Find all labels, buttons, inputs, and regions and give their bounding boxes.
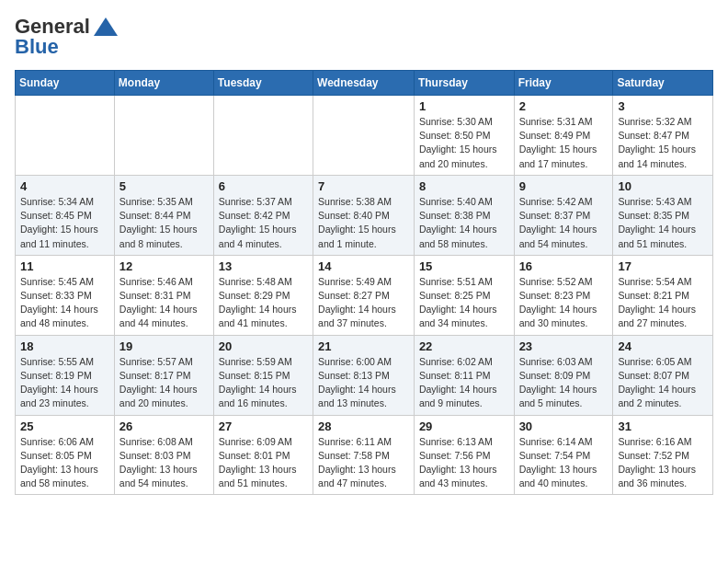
calendar-cell: 30Sunrise: 6:14 AM Sunset: 7:54 PM Dayli… (514, 415, 613, 495)
weekday-header-friday: Friday (514, 71, 613, 96)
day-info: Sunrise: 5:51 AM Sunset: 8:25 PM Dayligh… (419, 275, 509, 331)
calendar-cell: 8Sunrise: 5:40 AM Sunset: 8:38 PM Daylig… (414, 175, 514, 255)
day-number: 23 (519, 339, 609, 353)
day-info: Sunrise: 5:54 AM Sunset: 8:21 PM Dayligh… (618, 275, 708, 331)
calendar-cell: 4Sunrise: 5:34 AM Sunset: 8:45 PM Daylig… (16, 175, 115, 255)
day-info: Sunrise: 6:03 AM Sunset: 8:09 PM Dayligh… (519, 355, 609, 411)
calendar-cell (313, 96, 415, 176)
weekday-header-tuesday: Tuesday (213, 71, 313, 96)
day-number: 15 (419, 259, 509, 273)
calendar-cell: 5Sunrise: 5:35 AM Sunset: 8:44 PM Daylig… (114, 175, 213, 255)
weekday-header-thursday: Thursday (414, 71, 514, 96)
day-info: Sunrise: 6:02 AM Sunset: 8:11 PM Dayligh… (419, 355, 509, 411)
calendar-cell: 3Sunrise: 5:32 AM Sunset: 8:47 PM Daylig… (613, 96, 713, 176)
day-info: Sunrise: 6:09 AM Sunset: 8:01 PM Dayligh… (219, 435, 308, 491)
day-number: 9 (519, 179, 609, 193)
calendar-cell: 27Sunrise: 6:09 AM Sunset: 8:01 PM Dayli… (213, 415, 313, 495)
day-number: 4 (20, 179, 109, 193)
day-info: Sunrise: 5:32 AM Sunset: 8:47 PM Dayligh… (618, 115, 708, 171)
calendar-week-1: 1Sunrise: 5:30 AM Sunset: 8:50 PM Daylig… (16, 96, 713, 176)
day-info: Sunrise: 5:34 AM Sunset: 8:45 PM Dayligh… (20, 195, 109, 251)
calendar-cell: 6Sunrise: 5:37 AM Sunset: 8:42 PM Daylig… (213, 175, 313, 255)
day-number: 22 (419, 339, 509, 353)
day-number: 2 (519, 99, 609, 113)
day-number: 8 (419, 179, 509, 193)
calendar-cell: 1Sunrise: 5:30 AM Sunset: 8:50 PM Daylig… (414, 96, 514, 176)
calendar-cell: 9Sunrise: 5:42 AM Sunset: 8:37 PM Daylig… (514, 175, 613, 255)
day-number: 29 (419, 419, 509, 433)
day-number: 26 (119, 419, 209, 433)
day-number: 5 (119, 179, 209, 193)
day-number: 12 (119, 259, 209, 273)
day-number: 28 (318, 419, 409, 433)
calendar-cell: 16Sunrise: 5:52 AM Sunset: 8:23 PM Dayli… (514, 255, 613, 335)
day-number: 25 (20, 419, 109, 433)
day-info: Sunrise: 6:08 AM Sunset: 8:03 PM Dayligh… (119, 435, 209, 491)
weekday-header-saturday: Saturday (613, 71, 713, 96)
day-info: Sunrise: 5:40 AM Sunset: 8:38 PM Dayligh… (419, 195, 509, 251)
weekday-header-wednesday: Wednesday (313, 71, 415, 96)
calendar-cell: 31Sunrise: 6:16 AM Sunset: 7:52 PM Dayli… (613, 415, 713, 495)
day-number: 10 (618, 179, 708, 193)
calendar-cell: 25Sunrise: 6:06 AM Sunset: 8:05 PM Dayli… (16, 415, 115, 495)
calendar-cell: 11Sunrise: 5:45 AM Sunset: 8:33 PM Dayli… (16, 255, 115, 335)
day-number: 21 (318, 339, 409, 353)
day-info: Sunrise: 5:49 AM Sunset: 8:27 PM Dayligh… (318, 275, 409, 331)
day-info: Sunrise: 5:30 AM Sunset: 8:50 PM Dayligh… (419, 115, 509, 171)
calendar-week-5: 25Sunrise: 6:06 AM Sunset: 8:05 PM Dayli… (16, 415, 713, 495)
day-number: 11 (20, 259, 109, 273)
day-number: 24 (618, 339, 708, 353)
logo-triangle-icon (93, 17, 119, 37)
day-info: Sunrise: 5:55 AM Sunset: 8:19 PM Dayligh… (20, 355, 109, 411)
day-info: Sunrise: 6:14 AM Sunset: 7:54 PM Dayligh… (519, 435, 609, 491)
calendar-week-4: 18Sunrise: 5:55 AM Sunset: 8:19 PM Dayli… (16, 335, 713, 415)
day-info: Sunrise: 6:16 AM Sunset: 7:52 PM Dayligh… (618, 435, 708, 491)
calendar-cell (213, 96, 313, 176)
calendar-cell: 28Sunrise: 6:11 AM Sunset: 7:58 PM Dayli… (313, 415, 415, 495)
calendar-cell (114, 96, 213, 176)
day-number: 14 (318, 259, 409, 273)
calendar-cell: 12Sunrise: 5:46 AM Sunset: 8:31 PM Dayli… (114, 255, 213, 335)
calendar-cell: 7Sunrise: 5:38 AM Sunset: 8:40 PM Daylig… (313, 175, 415, 255)
calendar-cell: 22Sunrise: 6:02 AM Sunset: 8:11 PM Dayli… (414, 335, 514, 415)
day-info: Sunrise: 5:38 AM Sunset: 8:40 PM Dayligh… (318, 195, 409, 251)
day-info: Sunrise: 5:43 AM Sunset: 8:35 PM Dayligh… (618, 195, 708, 251)
day-number: 30 (519, 419, 609, 433)
day-info: Sunrise: 5:48 AM Sunset: 8:29 PM Dayligh… (219, 275, 308, 331)
calendar-cell: 17Sunrise: 5:54 AM Sunset: 8:21 PM Dayli… (613, 255, 713, 335)
day-info: Sunrise: 5:42 AM Sunset: 8:37 PM Dayligh… (519, 195, 609, 251)
calendar-week-2: 4Sunrise: 5:34 AM Sunset: 8:45 PM Daylig… (16, 175, 713, 255)
logo: General Blue (15, 15, 119, 59)
calendar-cell: 29Sunrise: 6:13 AM Sunset: 7:56 PM Dayli… (414, 415, 514, 495)
day-number: 16 (519, 259, 609, 273)
calendar-cell: 18Sunrise: 5:55 AM Sunset: 8:19 PM Dayli… (16, 335, 115, 415)
page-header: General Blue (15, 15, 713, 59)
calendar-cell: 10Sunrise: 5:43 AM Sunset: 8:35 PM Dayli… (613, 175, 713, 255)
calendar-table: SundayMondayTuesdayWednesdayThursdayFrid… (15, 70, 713, 495)
weekday-header-row: SundayMondayTuesdayWednesdayThursdayFrid… (16, 71, 713, 96)
day-number: 1 (419, 99, 509, 113)
day-info: Sunrise: 6:05 AM Sunset: 8:07 PM Dayligh… (618, 355, 708, 411)
calendar-cell: 14Sunrise: 5:49 AM Sunset: 8:27 PM Dayli… (313, 255, 415, 335)
day-number: 13 (219, 259, 308, 273)
weekday-header-monday: Monday (114, 71, 213, 96)
day-number: 3 (618, 99, 708, 113)
calendar-cell (16, 96, 115, 176)
day-info: Sunrise: 5:31 AM Sunset: 8:49 PM Dayligh… (519, 115, 609, 171)
day-info: Sunrise: 6:00 AM Sunset: 8:13 PM Dayligh… (318, 355, 409, 411)
day-info: Sunrise: 6:06 AM Sunset: 8:05 PM Dayligh… (20, 435, 109, 491)
day-number: 18 (20, 339, 109, 353)
calendar-cell: 13Sunrise: 5:48 AM Sunset: 8:29 PM Dayli… (213, 255, 313, 335)
calendar-cell: 2Sunrise: 5:31 AM Sunset: 8:49 PM Daylig… (514, 96, 613, 176)
day-number: 31 (618, 419, 708, 433)
calendar-cell: 24Sunrise: 6:05 AM Sunset: 8:07 PM Dayli… (613, 335, 713, 415)
calendar-cell: 19Sunrise: 5:57 AM Sunset: 8:17 PM Dayli… (114, 335, 213, 415)
day-number: 19 (119, 339, 209, 353)
logo-blue: Blue (15, 35, 59, 59)
day-number: 7 (318, 179, 409, 193)
day-info: Sunrise: 5:35 AM Sunset: 8:44 PM Dayligh… (119, 195, 209, 251)
calendar-cell: 20Sunrise: 5:59 AM Sunset: 8:15 PM Dayli… (213, 335, 313, 415)
calendar-cell: 21Sunrise: 6:00 AM Sunset: 8:13 PM Dayli… (313, 335, 415, 415)
day-number: 6 (219, 179, 308, 193)
svg-marker-0 (94, 17, 118, 36)
